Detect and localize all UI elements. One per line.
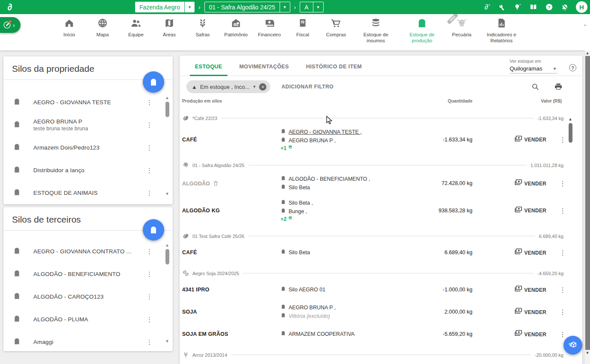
add-silo-button[interactable] [143,219,164,241]
scroll-up-icon[interactable]: ▲ [568,117,573,121]
silo-list-item[interactable]: Armazem Dois/Pedro123⋮ [3,136,173,159]
more-options-icon[interactable]: ⋮ [559,179,565,188]
silo-link[interactable]: AEGRO - GIOVANNA TESTE , [289,128,362,136]
tab-movimentacoes[interactable]: MOVIMENTAÇÕES [231,64,298,76]
third-party-silos-scrollbar[interactable]: ▲ [165,243,170,266]
scroll-thumb[interactable] [585,56,590,350]
nav-item-patrimonio[interactable]: Patrimônio [224,18,248,44]
print-icon[interactable] [554,82,563,91]
nav-item-estoque-insumos[interactable]: Estoque de insumos [357,18,394,44]
more-silos-link[interactable]: +2 [280,216,470,222]
more-options-icon[interactable]: ⋮ [146,316,152,323]
collapse-nav-icon[interactable]: ⌃ [583,23,587,30]
silo-link[interactable]: AEGRO BRUNA P , [289,303,336,312]
more-options-icon[interactable]: ⋮ [146,144,152,152]
shipment-fab[interactable] [563,336,582,355]
drawer-toggle[interactable]: › [0,17,21,33]
scroll-up-icon[interactable]: ▲ [165,96,170,100]
more-options-icon[interactable]: ⋮ [559,308,565,316]
nav-item-safras[interactable]: Safras [191,18,215,44]
nav-item-equipe[interactable]: Equipe [124,18,148,44]
own-silos-scrollbar[interactable]: ▲ [165,96,170,119]
chevron-down-icon[interactable]: ▼ [184,2,195,12]
sell-button[interactable]: VENDER [514,134,546,145]
silo-link[interactable]: ARMAZEM COOPERATIVA [289,330,354,338]
chevron-down-icon[interactable]: ▼ [313,2,323,12]
chevron-down-icon[interactable]: ▼ [280,2,290,12]
sell-button[interactable]: VENDER [514,205,546,216]
page-scrollbar[interactable]: ▲ ▼ [584,50,590,364]
more-options-icon[interactable]: ⋮ [146,189,152,197]
lightbulb-icon[interactable] [513,3,522,12]
plot-selector[interactable]: A ▼ [300,2,323,12]
sell-button[interactable]: VENDER [514,247,546,258]
scroll-up-icon[interactable]: ▲ [165,243,170,247]
filter-chip[interactable]: ▲︎ Em estoque , Inco... ▼ ✕ [186,80,270,93]
silo-list-item[interactable]: Amaggi⋮ [3,331,173,353]
silo-link[interactable]: Vittória (excluído) [289,312,330,320]
aegro-logo-icon[interactable]: ∂ [0,1,20,14]
book-icon[interactable] [528,3,538,12]
silo-list-item[interactable]: ESTOQUE DE ANIMAIS⋮ [3,182,173,204]
more-options-icon[interactable]: ⋮ [146,121,152,129]
nav-item-areas[interactable]: Áreas [157,18,181,44]
add-filter-button[interactable]: ADICIONAR FILTRO [281,84,333,90]
scroll-down-icon[interactable]: ▼ [165,339,170,343]
stock-scrollbar[interactable]: ▲ [568,117,573,144]
silo-link[interactable]: Silo Beta [289,183,310,192]
more-options-icon[interactable]: ⋮ [559,330,565,338]
scroll-up-icon[interactable]: ▲ [585,50,590,56]
more-options-icon[interactable]: ⋮ [146,338,152,346]
silo-list-item[interactable]: AEGRO - GIOVANNA TESTE⋮ [3,91,173,114]
key-icon[interactable] [497,3,506,12]
scroll-thumb[interactable] [569,123,572,143]
silo-list-item[interactable]: AEGRO BRUNA Pteste bruna teste bruna⋮ [3,114,173,136]
silo-link[interactable]: Silo Beta , [289,199,313,207]
nav-item-estoque-producao[interactable]: Estoque de produção [404,18,440,44]
silo-link[interactable]: ALGODÃO - BENEFICIAMENTO , [289,175,370,183]
help-icon[interactable]: ? [544,3,554,12]
more-options-icon[interactable]: ⋮ [559,286,565,294]
silo-link[interactable]: Silo Beta [289,248,310,257]
silo-list-item[interactable]: ALGODÃO - PLUMA⋮ [3,308,173,331]
silo-list-item[interactable]: ALGODÃO - CAROÇO123⋮ [3,285,173,308]
silo-link[interactable]: Bunge , [289,207,307,216]
nav-item-pecuaria[interactable]: PROPecuária [450,18,474,44]
scroll-down-icon[interactable]: ▼ [585,350,590,355]
more-options-icon[interactable]: ⋮ [559,135,565,144]
sell-button[interactable]: VENDER [514,178,546,189]
sell-button[interactable]: VENDER [514,285,546,295]
scroll-thumb[interactable] [165,102,169,117]
tab-historico-de-item[interactable]: HISTÓRICO DE ITEM [298,64,370,76]
unit-selector[interactable]: Ver estoque em Quilogramas ▼ [510,59,558,73]
nav-item-mapa[interactable]: Mapa [91,18,115,44]
tab-estoque[interactable]: ESTOQUE [186,64,231,76]
bell-off-icon[interactable] [560,3,569,12]
nav-item-fiscal[interactable]: Fiscal [291,18,315,44]
silo-list-item[interactable]: Distribuidor a lanço⋮ [3,159,173,182]
sell-button[interactable]: VENDER [514,329,546,340]
silo-link[interactable]: AEGRO BRUNA P , [289,136,336,145]
help-icon[interactable]: ? [569,64,576,71]
avatar[interactable]: H [576,1,587,13]
farm-selector[interactable]: Fazenda Aegro ▼ [135,2,195,12]
clear-filter-icon[interactable]: ✕ [259,83,266,91]
sell-button[interactable]: VENDER [514,307,546,317]
add-silo-button[interactable] [143,71,164,93]
nav-item-financeiro[interactable]: Financeiro [257,18,281,44]
aegro-referral-icon[interactable]: ∂+ [484,3,490,12]
silo-link[interactable]: Silo AEGRO 01 [289,285,325,294]
harvest-selector[interactable]: 01 - Safra Algodão 24/25 ▼ [204,2,290,12]
nav-item-inicio[interactable]: Início [57,18,81,44]
nav-item-indicadores[interactable]: Indicadores e Relatórios [483,18,520,44]
more-silos-link[interactable]: +1 [280,145,470,151]
search-icon[interactable] [531,82,540,91]
silo-list-item[interactable]: ALGODÃO - BENEFICIAMENTO⋮ [3,263,173,285]
scroll-down-icon[interactable]: ▼ [165,192,170,196]
more-options-icon[interactable]: ⋮ [146,248,152,255]
more-options-icon[interactable]: ⋮ [146,99,152,106]
scroll-thumb[interactable] [165,249,169,264]
more-options-icon[interactable]: ⋮ [559,206,565,214]
nav-item-compras[interactable]: Compras [324,18,348,44]
silo-list-item[interactable]: AEGRO - GIOVANNA CONTRATO ...⋮ [3,240,173,263]
